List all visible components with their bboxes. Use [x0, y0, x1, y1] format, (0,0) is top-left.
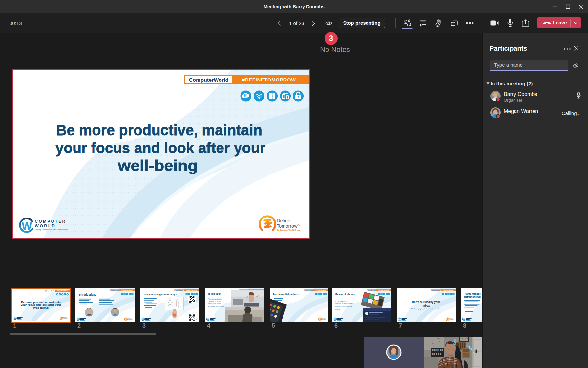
svg-text:Introductions: Introductions — [79, 293, 96, 296]
svg-text:TomorrowTM: TomorrowTM — [277, 223, 300, 229]
svg-text:It can take up to 23: It can take up to 23 — [335, 300, 349, 302]
svg-text:Define: Define — [277, 218, 290, 223]
svg-text:By ComputerWorld Group: By ComputerWorld Group — [277, 229, 300, 231]
svg-text:Helping Businesses Define Tomo: Helping Businesses Define Tomorrow® — [35, 229, 68, 231]
svg-text:Research shows...: Research shows... — [335, 292, 357, 295]
svg-text:can lead to higher: can lead to higher — [208, 300, 221, 302]
svg-text:Is this you?: Is this you? — [208, 292, 221, 295]
svg-text:It is full of other peoples pr: It is full of other peoples priorities a… — [409, 308, 443, 310]
svg-text:well-being: well-being — [117, 157, 198, 174]
svg-text:or chat: or chat — [335, 308, 341, 310]
svg-text:stress, bad moods: stress, bad moods — [208, 303, 221, 305]
svg-text:#DEFINETOMORROW: #DEFINETOMORROW — [242, 77, 296, 82]
svg-text:Attention distraction: Attention distraction — [208, 298, 222, 300]
svg-text:ComputerWorld: ComputerWorld — [189, 77, 229, 83]
svg-text:minutes to refocus after: minutes to refocus after — [335, 303, 353, 305]
svg-text:W: W — [22, 220, 32, 232]
svg-text:Inbox: Inbox — [423, 304, 430, 307]
svg-text:Don't be ruled by your: Don't be ruled by your — [412, 301, 440, 304]
svg-text:Are you sitting comfortably?: Are you sitting comfortably? — [144, 293, 177, 296]
svg-text:distractions wit: distractions wit — [464, 296, 481, 298]
svg-text:Too many distractions: Too many distractions — [273, 292, 298, 295]
svg-text:your focus and look after your: your focus and look after your — [55, 139, 265, 156]
svg-text:Be more productive, maintain: Be more productive, maintain — [56, 122, 262, 139]
svg-text:well-being: well-being — [32, 306, 49, 309]
svg-text:and lower productivity: and lower productivity — [208, 305, 224, 307]
svg-text:WORLD: WORLD — [35, 224, 56, 228]
svg-text:COMPUTER: COMPUTER — [35, 219, 66, 224]
svg-text:How to manage: How to manage — [464, 292, 481, 295]
svg-text:checking just one email: checking just one email — [335, 305, 353, 307]
